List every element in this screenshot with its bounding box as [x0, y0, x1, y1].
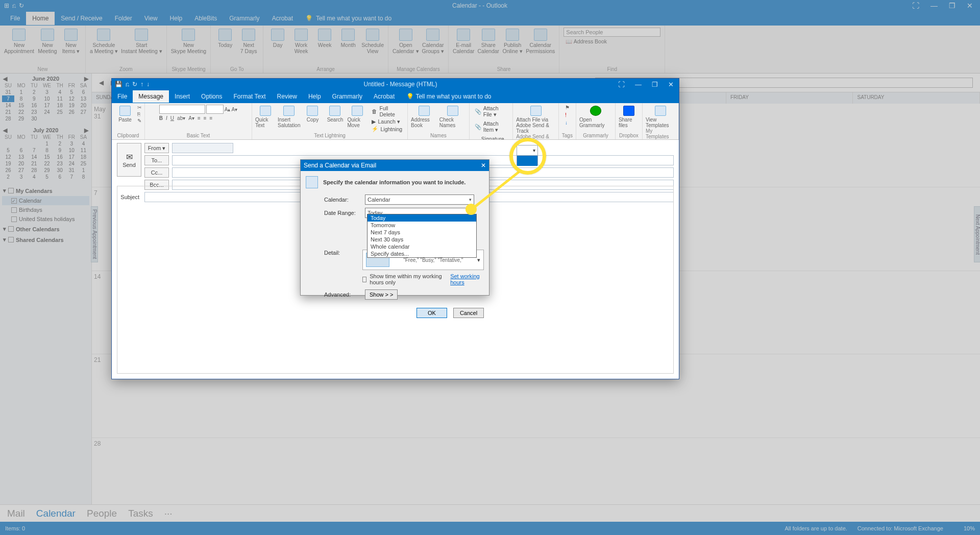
lightning-button[interactable]: ⚡ Lightning	[370, 125, 404, 133]
cc-button[interactable]: Cc...	[144, 167, 169, 178]
message-minimize-button[interactable]: —	[635, 81, 642, 88]
minical-day[interactable]: 15	[40, 154, 54, 160]
minical-day[interactable]: 3	[40, 89, 54, 95]
minical-day[interactable]: 3	[66, 140, 78, 147]
adobe-attach-button[interactable]: Attach File via Adobe Send & Track	[516, 105, 555, 134]
set-working-hours-link[interactable]: Set working hours	[450, 273, 484, 285]
working-hours-checkbox[interactable]	[362, 277, 367, 282]
date-range-option[interactable]: Whole calendar	[368, 243, 476, 250]
schedule-view-button[interactable]: ScheduleView	[361, 28, 384, 54]
minical-day[interactable]: 1	[40, 140, 54, 147]
prev-month-icon[interactable]: ◀	[3, 127, 7, 134]
previous-appointment-handle[interactable]: Previous Appointment	[91, 206, 98, 262]
minical-day[interactable]: 29	[14, 115, 28, 122]
minical-day[interactable]: 2	[54, 140, 66, 147]
mode-···[interactable]: ···	[164, 508, 173, 519]
minical-day[interactable]: 26	[66, 109, 78, 115]
minical-day[interactable]: 6	[54, 174, 66, 180]
to-button[interactable]: To...	[144, 155, 169, 165]
date-range-option[interactable]: Next 30 days	[368, 236, 476, 243]
minical-day[interactable]: 23	[28, 109, 40, 115]
grow-font-icon[interactable]: A▴	[225, 107, 231, 112]
month-button[interactable]: Month	[338, 28, 358, 48]
next-days-button[interactable]: Next7 Days	[238, 28, 259, 54]
minical-day[interactable]	[78, 115, 89, 122]
full-delete-button[interactable]: 🗑 Full Delete	[370, 105, 404, 118]
minical-day[interactable]: 24	[66, 160, 78, 167]
start-instant-meeting--button[interactable]: StartInstant Meeting ▾	[121, 28, 162, 54]
msg-menu-tab-file[interactable]: File	[112, 90, 133, 103]
minical-day[interactable]: 27	[78, 109, 89, 115]
minical-day[interactable]: 26	[2, 167, 14, 174]
attach-item-button[interactable]: 📎 Attach Item ▾	[473, 120, 510, 133]
minical-day[interactable]: 6	[78, 89, 89, 95]
highlight-icon[interactable]: ab▾	[177, 115, 185, 121]
menu-tab-acrobat[interactable]: Acrobat	[266, 12, 299, 25]
checkbox[interactable]	[11, 207, 17, 213]
minimize-button[interactable]: —	[930, 2, 938, 10]
high-importance-icon[interactable]: !	[565, 112, 567, 118]
minical-day[interactable]: 4	[78, 140, 89, 147]
minical-day[interactable]: 13	[78, 95, 89, 102]
minical-day[interactable]: 9	[54, 147, 66, 154]
menu-tab-file[interactable]: File	[4, 12, 26, 25]
minical-day[interactable]: 2	[28, 89, 40, 95]
view-templates-button[interactable]: View Templates	[646, 105, 675, 128]
nav-group-other-calendars[interactable]: ▾ Other Calendars	[2, 224, 89, 234]
minical-day[interactable]: 4	[28, 174, 40, 180]
minicalendar-june[interactable]: ◀June 2020▶SUMOTUWETHFRSA311234567891011…	[2, 76, 89, 122]
minical-day[interactable]: 27	[14, 167, 28, 174]
menu-tab-ablebits[interactable]: AbleBits	[188, 12, 223, 25]
date-range-option[interactable]: Specify dates...	[368, 250, 476, 257]
cut-icon[interactable]: ✂	[137, 105, 141, 110]
minical-day[interactable]: 1	[14, 89, 28, 95]
minical-day[interactable]: 10	[66, 147, 78, 154]
work-week-button[interactable]: WorkWeek	[291, 28, 311, 54]
search-button[interactable]: Search	[325, 105, 345, 123]
msg-menu-tab-message[interactable]: Message	[133, 90, 169, 103]
minical-day[interactable]	[66, 115, 78, 122]
minical-day[interactable]: 21	[2, 109, 14, 115]
align-left-icon[interactable]: ≡	[198, 115, 201, 121]
minical-day[interactable]: 5	[40, 174, 54, 180]
date-range-option[interactable]: Today	[368, 214, 476, 222]
next-month-icon[interactable]: ▶	[84, 127, 88, 134]
minical-day[interactable]: 22	[14, 109, 28, 115]
qat-undo[interactable]: ⎌	[12, 2, 16, 9]
minical-day[interactable]: 30	[28, 115, 40, 122]
minical-day[interactable]: 31	[66, 167, 78, 174]
close-button[interactable]: ✕	[967, 2, 973, 10]
minical-day[interactable]: 16	[54, 154, 66, 160]
new-meeting-button[interactable]: NewMeeting	[37, 28, 58, 54]
cancel-button[interactable]: Cancel	[453, 308, 484, 318]
tell-me[interactable]: 💡 Tell me what you want to do	[305, 15, 391, 22]
minical-day[interactable]: 11	[54, 95, 66, 102]
msg-menu-tab-help[interactable]: Help	[303, 90, 327, 103]
date-range-dropdown[interactable]: TodayTomorrowNext 7 daysNext 30 daysWhol…	[367, 214, 477, 258]
font-size-select[interactable]	[206, 105, 224, 114]
new-items--button[interactable]: NewItems ▾	[61, 28, 81, 54]
open-calendar--button[interactable]: OpenCalendar ▾	[393, 28, 419, 54]
today-button[interactable]: Today	[215, 28, 235, 48]
paste-button[interactable]: Paste	[115, 105, 135, 123]
show-advanced-button[interactable]: Show > >	[365, 289, 398, 300]
checkbox[interactable]	[11, 216, 17, 222]
next-appointment-handle[interactable]: Next Appointment	[974, 206, 980, 262]
menu-tab-folder[interactable]: Folder	[109, 12, 138, 25]
minical-day[interactable]: 28	[28, 167, 40, 174]
send-button[interactable]: ✉ Send	[117, 143, 141, 177]
status-zoom[interactable]: 10%	[964, 525, 975, 531]
minical-day[interactable]: 17	[40, 102, 54, 109]
from-field[interactable]	[172, 143, 233, 153]
nav-group-shared-calendars[interactable]: ▾ Shared Calendars	[2, 234, 89, 245]
minical-day[interactable]: 8	[78, 174, 89, 180]
minical-day[interactable]: 24	[40, 109, 54, 115]
minical-day[interactable]: 3	[14, 174, 28, 180]
follow-up-icon[interactable]: ⚑	[565, 105, 570, 110]
minical-day[interactable]	[40, 115, 54, 122]
shrink-font-icon[interactable]: A▾	[232, 107, 238, 112]
share-calendar-button[interactable]: ShareCalendar	[478, 28, 500, 54]
nav-group-my-calendars[interactable]: ▾ My Calendars	[2, 185, 89, 196]
menu-tab-home[interactable]: Home	[26, 12, 55, 25]
publish-online--button[interactable]: PublishOnline ▾	[502, 28, 523, 54]
